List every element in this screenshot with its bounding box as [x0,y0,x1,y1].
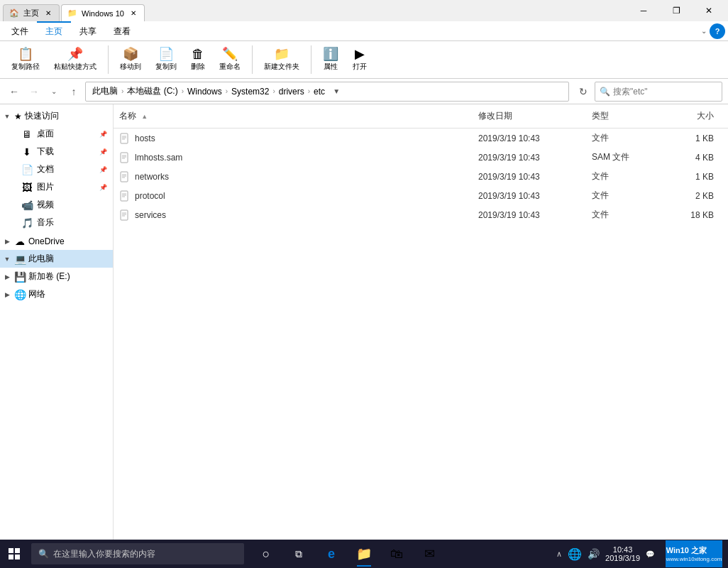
networks-type: 文件 [586,168,671,185]
up-button[interactable]: ↑ [65,83,82,100]
col-date[interactable]: 修改日期 [473,107,586,125]
ribbon-btn-properties[interactable]: ℹ️ 属性 [317,45,344,75]
start-button[interactable] [0,540,28,568]
sidebar-item-pictures[interactable]: 🖼 图片 📌 [0,178,113,196]
file-icon-services [119,209,131,221]
search-input[interactable] [613,87,717,97]
tab-win10[interactable]: 📁 Windows 10 ✕ [61,4,145,21]
copy-icon: 📄 [158,48,174,60]
ribbon-btn-new-folder[interactable]: 📁 新建文件夹 [258,45,305,75]
close-button[interactable]: ✕ [693,0,725,21]
maximize-button[interactable]: ❐ [660,0,693,21]
videos-label: 视频 [37,199,107,211]
ribbon-tab-file[interactable]: 文件 [3,21,37,40]
sidebar-item-videos[interactable]: 📹 视频 [0,196,113,214]
tab-home[interactable]: 🏠 主页 ✕ [3,4,60,21]
ribbon-btn-rename[interactable]: ✏️ 重命名 [214,45,246,75]
ribbon-btn-open[interactable]: ▶ 打开 [347,45,373,75]
quick-access-header[interactable]: ▼ ★ 快速访问 [0,107,113,125]
crumb-windows[interactable]: Windows [185,85,224,98]
svg-rect-0 [121,133,128,143]
table-row[interactable]: protocol 2019/3/19 10:43 文件 2 KB [114,186,728,205]
onedrive-label: OneDrive [28,236,65,246]
this-pc-item[interactable]: ▼ 💻 此电脑 [0,250,113,268]
taskbar-clock[interactable]: 10:43 2019/3/19 [605,545,640,562]
col-size-label: 大小 [697,111,714,121]
col-type[interactable]: 类型 [586,107,671,125]
downloads-label: 下载 [37,146,95,158]
forward-button[interactable]: → [26,83,43,100]
address-bar[interactable]: 此电脑 › 本地磁盘 (C:) › Windows › System32 › d… [85,82,569,102]
col-size[interactable]: 大小 [671,107,728,125]
ribbon-btn-move[interactable]: 📦 移动到 [114,45,147,75]
col-name-label: 名称 [119,111,136,121]
crumb-system32[interactable]: System32 [229,85,271,98]
music-icon: 🎵 [21,217,33,229]
onedrive-item[interactable]: ▶ ☁ OneDrive [0,233,113,250]
col-name[interactable]: 名称 ▲ [114,107,473,125]
recent-button[interactable]: ⌄ [45,83,62,100]
ribbon-btn-copy[interactable]: 📄 复制到 [150,45,182,75]
store-icon: 🛍 [390,547,403,562]
ribbon-btn-delete[interactable]: 🗑 删除 [185,45,211,75]
ribbon-btn-copy-path[interactable]: 📋 复制路径 [6,45,45,75]
ribbon-collapse-icon[interactable]: ⌄ [701,27,707,35]
table-row[interactable]: hosts 2019/3/19 10:43 文件 1 KB [114,129,728,148]
delete-icon: 🗑 [192,48,204,60]
taskbar-search-icon: 🔍 [38,549,49,559]
taskbar-chevron-icon[interactable]: ∧ [556,550,562,559]
refresh-button[interactable]: ↻ [575,83,592,100]
quick-access-label: ★ [14,111,22,121]
search-bar[interactable]: 🔍 [595,82,722,102]
tab-win10-icon: 📁 [67,9,77,18]
file-icon-hosts [119,133,131,144]
sidebar-item-desktop[interactable]: 🖥 桌面 📌 [0,125,113,143]
taskbar-search[interactable]: 🔍 在这里输入你要搜索的内容 [31,543,244,564]
taskbar-app-taskview[interactable]: ⧉ [282,540,315,568]
taskbar-app-cortana[interactable]: ○ [250,540,282,568]
address-dropdown-icon[interactable]: ▼ [333,87,340,95]
taskbar-app-edge[interactable]: e [315,540,348,568]
onedrive-expand-icon: ▶ [3,237,11,246]
crumb-local-disk[interactable]: 本地磁盘 (C:) [125,84,180,99]
tab-home-close[interactable]: ✕ [43,9,53,18]
services-size: 18 KB [671,208,728,222]
taskbar: 🔍 在这里输入你要搜索的内容 ○ ⧉ e 📁 🛍 ✉ ∧ 🌐 🔊 10:43 2… [0,540,728,568]
title-bar: 🏠 主页 ✕ 📁 Windows 10 ✕ ─ ❐ ✕ [0,0,728,21]
notification-icon[interactable]: 💬 [646,550,654,558]
tab-win10-close[interactable]: ✕ [128,9,138,18]
networks-size: 1 KB [671,170,728,184]
sidebar-item-documents[interactable]: 📄 文档 📌 [0,160,113,178]
ribbon-tab-home[interactable]: 主页 [37,21,71,40]
svg-rect-4 [121,153,128,163]
back-button[interactable]: ← [6,83,23,100]
ribbon-tab-share[interactable]: 共享 [71,21,105,40]
table-row[interactable]: services 2019/3/19 10:43 文件 18 KB [114,205,728,224]
minimize-button[interactable]: ─ [627,0,660,21]
help-button[interactable]: ? [710,23,725,39]
col-type-label: 类型 [592,111,609,121]
pictures-label: 图片 [37,181,95,193]
table-row[interactable]: networks 2019/3/19 10:43 文件 1 KB [114,167,728,186]
crumb-etc[interactable]: etc [311,85,327,98]
sidebar-item-downloads[interactable]: ⬇ 下载 📌 [0,143,113,160]
win-logo-sq-4 [15,555,20,559]
copy-path-icon: 📋 [18,48,33,60]
paste-shortcut-icon: 📌 [67,48,83,60]
crumb-drivers[interactable]: drivers [277,85,307,98]
new-volume-item[interactable]: ▶ 💾 新加卷 (E:) [0,268,113,285]
nav-bar: ← → ⌄ ↑ 此电脑 › 本地磁盘 (C:) › Windows › Syst… [0,79,728,104]
lmhosts-type: SAM 文件 [586,149,671,165]
network-item[interactable]: ▶ 🌐 网络 [0,285,113,303]
desktop-icon: 🖥 [21,129,33,140]
sidebar-item-music[interactable]: 🎵 音乐 [0,214,113,231]
ribbon-tab-view[interactable]: 查看 [105,21,139,40]
taskbar-app-explorer[interactable]: 📁 [348,540,380,568]
new-folder-icon: 📁 [274,48,289,60]
taskbar-app-store[interactable]: 🛍 [380,540,413,568]
taskbar-app-mail[interactable]: ✉ [413,540,446,568]
crumb-this-pc[interactable]: 此电脑 [90,84,120,99]
ribbon-help-area: ⌄ ? [701,21,725,40]
ribbon-btn-paste-shortcut[interactable]: 📌 粘贴快捷方式 [48,45,102,75]
table-row[interactable]: lmhosts.sam 2019/3/19 10:43 SAM 文件 4 KB [114,148,728,167]
